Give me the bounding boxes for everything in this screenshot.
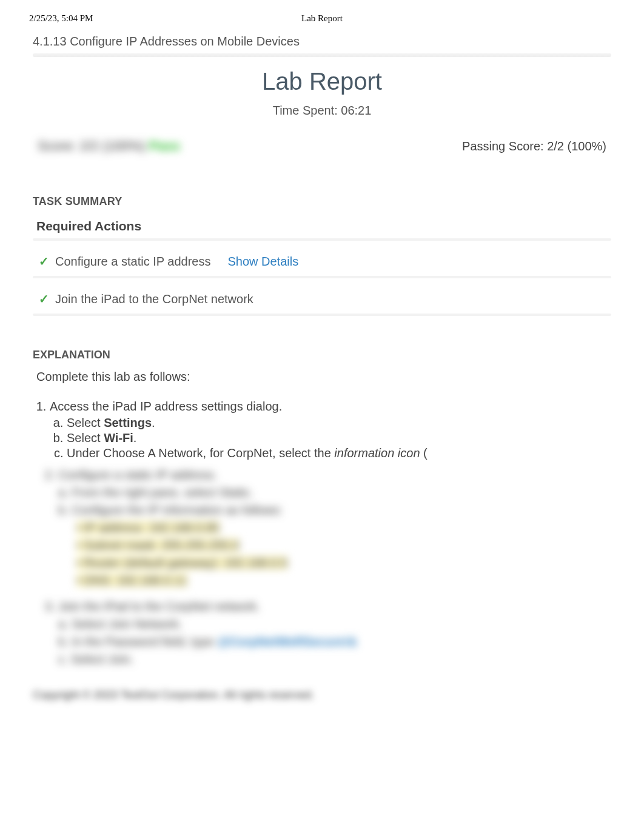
score-blurred: Score: 2/2 (100%) Pass — [38, 138, 180, 154]
blur-line: b. Configure the IP information as follo… — [58, 501, 611, 519]
blur-text: a. From the right pane, select Static. — [58, 486, 253, 499]
substep-bold: Settings — [104, 416, 152, 429]
substep-text: Under Choose A Network, for CorpNet, sel… — [67, 446, 334, 460]
blur-line: • Subnet mask: 255.255.255.0 — [76, 537, 611, 554]
steps-list: Access the iPad IP address settings dial… — [50, 400, 611, 460]
substeps-list: Select Settings. Select Wi-Fi. Under Cho… — [67, 416, 611, 460]
blur-highlight: • DNS: 192.168.0.11 — [76, 574, 187, 587]
blur-line: • IP address: 192.168.0.85 — [76, 519, 611, 537]
score-text: Score: 2/2 (100%) — [38, 138, 149, 153]
blur-password: @CorpNetWeRSecure!& — [217, 635, 357, 648]
blur-line: a. Select Join Network. — [58, 615, 611, 633]
blur-highlight: • Router (default gateway): 192.168.0.5 — [76, 556, 287, 569]
show-details-link[interactable]: Show Details — [227, 255, 298, 269]
task-label: Configure a static IP address — [55, 255, 210, 269]
page-title: Lab Report — [33, 68, 611, 95]
required-actions-heading: Required Actions — [36, 219, 611, 233]
blur-highlight: • Subnet mask: 255.255.255.0 — [76, 538, 239, 552]
task-label: Join the iPad to the CorpNet network — [55, 292, 253, 306]
blur-line: 2. Configure a static IP address. — [45, 466, 611, 484]
blur-highlight: • IP address: 192.168.0.85 — [76, 521, 220, 534]
explanation-intro: Complete this lab as follows: — [36, 370, 611, 384]
substep-text: ( — [420, 446, 428, 460]
substep-item: Under Choose A Network, for CorpNet, sel… — [67, 446, 611, 460]
blur-line: a. From the right pane, select Static. — [58, 484, 611, 501]
time-spent: Time Spent: 06:21 — [33, 104, 611, 118]
explanation-heading: EXPLANATION — [33, 349, 611, 361]
blurred-content: 2. Configure a static IP address. a. Fro… — [45, 466, 611, 668]
check-icon: ✓ — [39, 292, 49, 306]
step-text: Access the iPad IP address settings dial… — [50, 400, 282, 413]
substep-text: . — [133, 431, 137, 444]
task-summary-heading: TASK SUMMARY — [33, 195, 611, 208]
substep-italic: information icon — [334, 446, 420, 460]
score-row: Score: 2/2 (100%) Pass Passing Score: 2/… — [33, 138, 611, 154]
substep-text: . — [152, 416, 155, 429]
divider — [33, 238, 611, 241]
blur-line: c. Select Join. — [58, 651, 611, 668]
blur-line: b. In the Password field, type @CorpNetW… — [58, 633, 611, 651]
divider — [33, 53, 611, 57]
blur-text: b. In the Password field, type — [58, 635, 217, 648]
step-item: Access the iPad IP address settings dial… — [50, 400, 611, 460]
divider — [33, 276, 611, 278]
print-timestamp: 2/25/23, 5:04 PM — [29, 13, 224, 24]
score-pass: Pass — [149, 138, 179, 153]
substep-text: Select — [67, 431, 104, 444]
substep-text: Select — [67, 416, 104, 429]
print-spacer — [420, 13, 615, 24]
blur-line: • Router (default gateway): 192.168.0.5 — [76, 554, 611, 572]
print-doc-title: Lab Report — [224, 13, 420, 24]
substep-item: Select Wi-Fi. — [67, 431, 611, 445]
check-icon: ✓ — [39, 254, 49, 269]
copyright: Copyright © 2023 TestOut Corporation. Al… — [33, 689, 611, 702]
print-header: 2/25/23, 5:04 PM Lab Report — [0, 0, 644, 24]
passing-score: Passing Score: 2/2 (100%) — [462, 139, 606, 153]
breadcrumb: 4.1.13 Configure IP Addresses on Mobile … — [33, 35, 611, 49]
task-row: ✓ Configure a static IP address Show Det… — [33, 252, 611, 271]
task-row: ✓ Join the iPad to the CorpNet network — [33, 289, 611, 309]
divider — [33, 314, 611, 316]
blur-line: 3. Join the iPad to the CorpNet network. — [45, 598, 611, 615]
blur-line: • DNS: 192.168.0.11 — [76, 572, 611, 589]
substep-bold: Wi-Fi — [104, 431, 133, 444]
substep-item: Select Settings. — [67, 416, 611, 430]
